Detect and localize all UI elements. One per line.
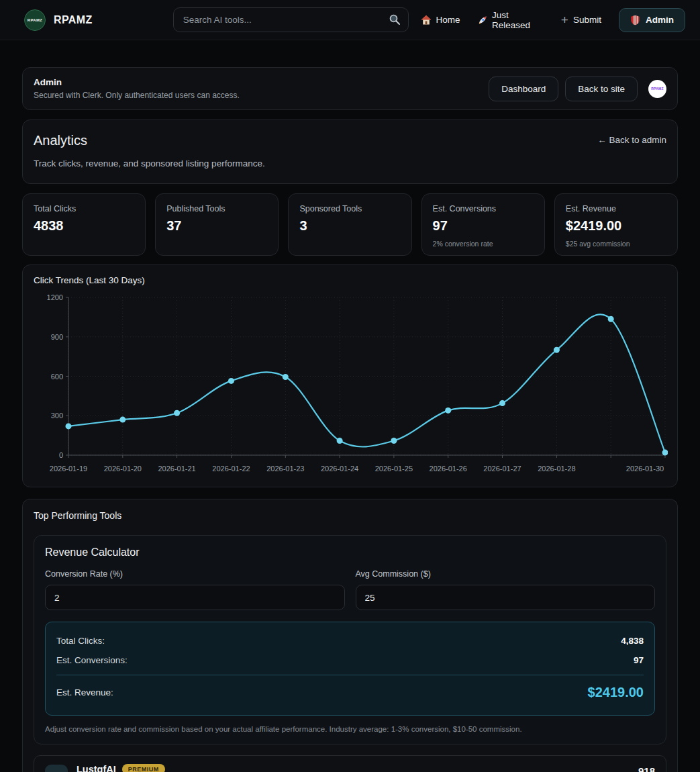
stat-value: 3: [299, 218, 400, 234]
nav-item-home[interactable]: Home: [421, 15, 460, 26]
calculator-inputs: Conversion Rate (%) Avg Commission ($): [45, 569, 655, 610]
svg-text:2026-01-25: 2026-01-25: [375, 465, 413, 473]
nav-links: Home Just Released + Submit: [421, 8, 685, 32]
analytics-header-card: Analytics Track clicks, revenue, and spo…: [22, 119, 678, 184]
analytics-header-text: Analytics Track clicks, revenue, and spo…: [34, 133, 265, 168]
dashboard-button[interactable]: Dashboard: [489, 77, 558, 101]
stat-value: 97: [433, 218, 534, 234]
click-trends-chart: 030060090012002026-01-192026-01-202026-0…: [34, 291, 666, 485]
shield-icon: [630, 15, 640, 26]
conversion-rate-label: Conversion Rate (%): [45, 569, 345, 579]
nav-just-released-label: Just Released: [492, 10, 544, 30]
est-conversions-row: Est. Conversions: 97: [56, 650, 644, 670]
svg-text:2026-01-22: 2026-01-22: [212, 465, 250, 473]
svg-text:2026-01-28: 2026-01-28: [538, 465, 575, 473]
svg-text:2026-01-27: 2026-01-27: [483, 465, 521, 473]
svg-text:2026-01-23: 2026-01-23: [266, 465, 304, 473]
page-subtitle: Track clicks, revenue, and sponsored lis…: [34, 158, 265, 168]
admin-button[interactable]: Admin: [619, 8, 685, 32]
top-tools-title: Top Performing Tools: [34, 510, 666, 521]
est-revenue-label: Est. Revenue:: [56, 687, 113, 697]
stat-sub-label: $25 avg commission: [566, 240, 666, 248]
line-chart-svg: 030060090012002026-01-192026-01-202026-0…: [34, 291, 668, 482]
stats-row: Total Clicks 4838 Published Tools 37 Spo…: [22, 193, 678, 256]
stat-card-sponsored-tools: Sponsored Tools 3: [288, 193, 411, 256]
nav-submit-label: Submit: [573, 15, 601, 25]
total-clicks-value: 4,838: [621, 636, 644, 646]
stat-value: $2419.00: [566, 218, 666, 234]
page-title: Analytics: [34, 133, 265, 148]
total-clicks-label: Total Clicks:: [56, 636, 105, 646]
est-conversions-value: 97: [634, 655, 644, 665]
svg-text:2026-01-20: 2026-01-20: [104, 465, 142, 473]
calculator-note: Adjust conversion rate and commission ba…: [45, 725, 655, 733]
conversion-rate-field-group: Conversion Rate (%): [45, 569, 345, 610]
stat-label: Sponsored Tools: [299, 204, 400, 213]
avg-commission-field-group: Avg Commission ($): [356, 569, 656, 610]
est-revenue-row: Est. Revenue: $2419.00: [56, 680, 644, 705]
stat-value: 37: [166, 218, 267, 234]
user-avatar[interactable]: RPAMZ: [648, 80, 666, 98]
stat-card-total-clicks: Total Clicks 4838: [22, 193, 146, 256]
svg-text:0: 0: [59, 451, 63, 459]
back-to-admin-link[interactable]: ← Back to admin: [597, 135, 666, 168]
tool-clicks-value: 918: [637, 765, 655, 772]
tool-name: LustgfAI: [77, 764, 116, 772]
tool-list-item[interactable]: #1 LustgfAI PREMIUM slug: lustgfai 918 c…: [34, 755, 666, 772]
stat-label: Est. Revenue: [566, 204, 666, 213]
svg-text:2026-01-19: 2026-01-19: [50, 465, 87, 473]
revenue-calculator-card: Revenue Calculator Conversion Rate (%) A…: [34, 535, 666, 744]
search-input[interactable]: [173, 7, 409, 32]
back-to-site-button[interactable]: Back to site: [565, 77, 638, 101]
est-conversions-label: Est. Conversions:: [56, 655, 128, 665]
click-trends-card: Click Trends (Last 30 Days) 030060090012…: [22, 264, 678, 487]
stat-label: Est. Conversions: [433, 204, 534, 213]
tool-info: #1 LustgfAI PREMIUM slug: lustgfai: [45, 764, 165, 772]
est-revenue-value: $2419.00: [588, 685, 644, 700]
stat-label: Published Tools: [166, 204, 267, 213]
search-bar: [173, 7, 409, 32]
stat-card-published-tools: Published Tools 37: [155, 193, 279, 256]
stat-card-est-revenue: Est. Revenue $2419.00 $25 avg commission: [554, 193, 678, 256]
svg-text:2026-01-30: 2026-01-30: [626, 465, 664, 473]
revenue-summary-box: Total Clicks: 4,838 Est. Conversions: 97…: [45, 622, 655, 716]
svg-text:2026-01-26: 2026-01-26: [430, 465, 467, 473]
premium-badge: PREMIUM: [122, 764, 165, 772]
search-icon[interactable]: [389, 13, 401, 26]
svg-text:600: 600: [51, 373, 63, 381]
svg-text:1200: 1200: [47, 293, 63, 301]
admin-banner-title: Admin: [34, 77, 240, 87]
stat-card-est-conversions: Est. Conversions 97 2% conversion rate: [421, 193, 545, 256]
nav-item-just-released[interactable]: Just Released: [478, 10, 544, 30]
admin-banner-actions: Dashboard Back to site RPAMZ: [489, 77, 666, 101]
admin-banner: Admin Secured with Clerk. Only authentic…: [22, 67, 678, 110]
stat-value: 4838: [34, 218, 134, 234]
chart-title: Click Trends (Last 30 Days): [34, 275, 666, 285]
nav-home-label: Home: [436, 15, 460, 25]
rpamz-logo-icon: RPAMZ: [24, 9, 46, 31]
conversion-rate-input[interactable]: [45, 585, 345, 610]
nav-admin-label: Admin: [646, 15, 674, 25]
stat-label: Total Clicks: [34, 204, 134, 213]
top-nav-bar: RPAMZ RPAMZ Home Just Released: [0, 0, 700, 40]
rocket-icon: [478, 15, 487, 26]
avg-commission-input[interactable]: [356, 585, 656, 610]
stat-sub-label: 2% conversion rate: [433, 240, 534, 248]
admin-banner-subtitle: Secured with Clerk. Only authenticated u…: [34, 91, 240, 100]
brand-name: RPAMZ: [54, 14, 93, 26]
avg-commission-label: Avg Commission ($): [356, 569, 656, 579]
svg-text:2026-01-24: 2026-01-24: [321, 465, 358, 473]
admin-banner-text: Admin Secured with Clerk. Only authentic…: [34, 77, 240, 100]
rank-badge: #1: [45, 765, 68, 772]
home-icon: [421, 15, 432, 26]
svg-text:900: 900: [51, 333, 63, 341]
summary-divider: [56, 675, 644, 675]
plus-icon: +: [561, 15, 568, 25]
total-clicks-row: Total Clicks: 4,838: [56, 631, 644, 650]
svg-text:300: 300: [51, 412, 63, 420]
top-tools-card: Top Performing Tools Revenue Calculator …: [22, 499, 678, 772]
tool-clicks: 918 clicks: [637, 765, 655, 772]
brand[interactable]: RPAMZ RPAMZ: [24, 9, 93, 31]
nav-item-submit[interactable]: + Submit: [561, 15, 601, 25]
svg-text:2026-01-21: 2026-01-21: [158, 465, 195, 473]
